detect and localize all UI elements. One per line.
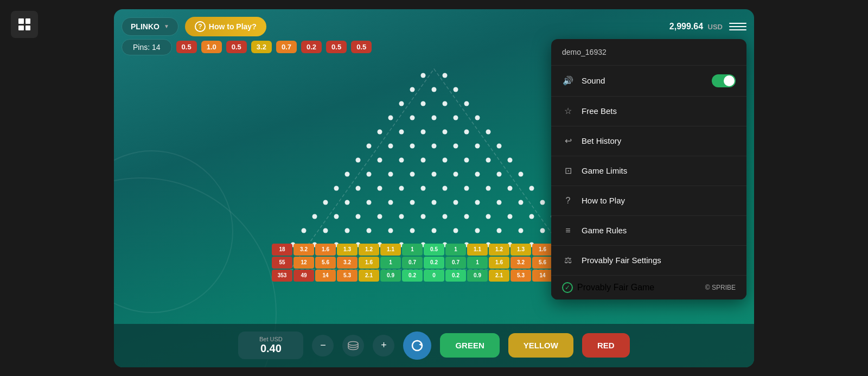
score-cell: 0.7 [402,257,423,269]
menu-item-provably-fair-settings[interactable]: ⚖ Provably Fair Settings [551,246,746,276]
menu-item-game-limits[interactable]: ⊡ Game Limits [551,156,746,186]
svg-point-41 [454,171,458,176]
score-cell: 5.6 [315,257,336,269]
chevron-down-icon: ▼ [164,23,169,29]
svg-point-6 [399,101,404,106]
game-container: PLINKO ▼ ? How to Play? 2,999.64 USD Pin… [114,9,754,367]
how-to-play-top-button[interactable]: ? How to Play? [185,17,266,36]
grid-icon-button[interactable] [11,11,38,38]
menu-line [729,26,746,27]
menu-line [729,23,746,24]
balance-value: 2,999.64 [669,22,703,31]
score-cell: 12 [293,257,314,269]
svg-point-71 [421,214,426,219]
svg-point-78 [302,228,307,233]
svg-point-20 [486,129,491,134]
svg-point-15 [378,129,382,134]
stack-coins-button[interactable] [342,335,364,356]
score-cell: 1.6 [489,257,509,269]
sound-toggle[interactable] [712,74,736,87]
score-cell: 1 [467,257,488,269]
svg-point-50 [443,186,448,190]
svg-point-47 [378,186,382,190]
score-cell: 353 [272,270,292,282]
menu-username: demo_16932 [551,39,746,66]
svg-point-49 [421,186,426,190]
provably-fair-icon: ✓ [562,282,573,293]
score-cell: 1.1 [467,244,488,256]
svg-point-81 [367,228,372,233]
menu-item-sound[interactable]: 🔊 Sound [551,66,746,97]
svg-marker-0 [290,69,578,270]
multiplier-badge: 0.5 [351,41,372,53]
menu-item-free-bets[interactable]: ☆ Free Bets [551,97,746,126]
multiplier-badge: 0.7 [276,41,297,53]
svg-point-61 [454,200,458,205]
score-rows: 18 3.2 1.6 1.3 1.2 1.1 1 0.5 1 1.1 1.2 1… [272,244,596,282]
svg-point-22 [388,143,393,148]
score-cell: 0.7 [445,257,466,269]
score-cell: 1.1 [380,244,401,256]
svg-point-75 [508,214,513,219]
menu-item-provably-fair-settings-label: Provably Fair Settings [582,256,661,265]
score-cell: 1 [402,244,423,256]
game-selector[interactable]: PLINKO ▼ [122,17,178,36]
svg-point-79 [323,228,328,233]
svg-point-69 [378,214,382,219]
score-cell: 14 [532,270,553,282]
svg-point-40 [432,171,437,176]
score-cell: 0.5 [424,244,444,256]
svg-point-72 [443,214,448,219]
svg-point-76 [529,214,534,219]
score-cell: 2.1 [489,270,509,282]
svg-point-65 [540,200,545,205]
svg-point-56 [345,200,350,205]
multiplier-badge: 1.0 [201,41,222,53]
balance-currency: USD [708,23,723,31]
bottom-bar: Bet USD 0.40 − + GREEN YELLO [114,324,754,367]
score-cell: 49 [293,270,314,282]
score-cell: 18 [272,244,292,256]
auto-spin-button[interactable] [403,332,431,360]
yellow-bet-button[interactable]: YELLOW [508,333,573,358]
score-cell: 1.6 [359,257,379,269]
menu-item-game-rules[interactable]: ≡ Game Rules [551,216,746,246]
refresh-icon [410,339,424,353]
score-cell: 14 [315,270,336,282]
question-icon: ? [195,21,206,32]
svg-point-44 [519,171,524,176]
menu-item-sound-label: Sound [582,76,605,85]
svg-point-39 [410,171,415,176]
sound-icon: 🔊 [562,75,574,87]
svg-point-59 [410,200,415,205]
svg-point-64 [519,200,524,205]
svg-point-82 [388,228,393,233]
svg-point-87 [497,228,502,233]
svg-point-25 [454,143,458,148]
svg-point-8 [443,101,448,106]
score-cell: 0.2 [445,270,466,282]
hamburger-menu-button[interactable] [729,18,746,35]
bet-history-icon: ↩ [562,135,574,147]
red-bet-button[interactable]: RED [582,333,630,358]
multiplier-badge: 0.5 [226,41,247,53]
svg-point-63 [497,200,502,205]
score-cell: 5.3 [337,270,358,282]
score-cell: 3.2 [293,244,314,256]
grid-icon [18,18,30,30]
svg-point-67 [334,214,339,219]
menu-item-bet-history[interactable]: ↩ Bet History [551,126,746,156]
bet-plus-button[interactable]: + [373,335,394,356]
svg-point-36 [345,171,350,176]
menu-item-how-to-play[interactable]: ? How to Play [551,186,746,216]
green-bet-button[interactable]: GREEN [440,333,499,358]
multiplier-badge: 0.5 [326,41,347,53]
svg-point-80 [345,228,350,233]
svg-point-83 [410,228,415,233]
how-to-play-label: How to Play? [209,22,257,31]
svg-point-73 [464,214,469,219]
bet-minus-button[interactable]: − [312,335,334,356]
svg-point-35 [508,157,513,162]
score-cell: 1 [445,244,466,256]
svg-point-53 [508,186,513,190]
